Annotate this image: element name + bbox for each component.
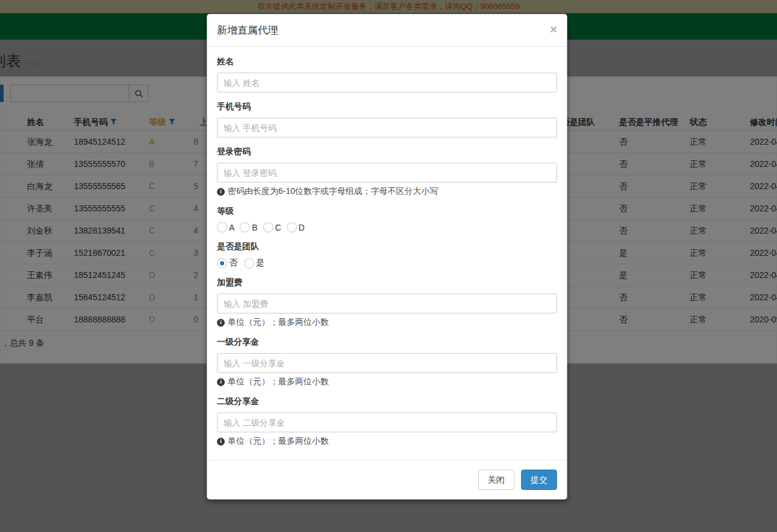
share2-label: 二级分享金 (217, 396, 557, 407)
name-input[interactable] (217, 73, 557, 92)
info-icon: i (217, 378, 225, 386)
field-share1: 一级分享金 i 单位（元）；最多两位小数 (217, 337, 557, 387)
share1-input[interactable] (217, 353, 557, 373)
fee-help: i 单位（元）；最多两位小数 (217, 317, 557, 328)
field-fee: 加盟费 i 单位（元）；最多两位小数 (217, 277, 557, 328)
radio-icon[interactable] (263, 222, 273, 232)
share2-input[interactable] (217, 413, 557, 432)
modal-header: × 新增直属代理 (207, 14, 567, 47)
fee-label: 加盟费 (217, 277, 557, 288)
field-phone: 手机号码 (217, 101, 557, 138)
close-button[interactable]: 关闭 (478, 470, 514, 490)
field-name: 姓名 (217, 56, 557, 92)
level-label: 等级 (217, 206, 557, 217)
radio-icon[interactable] (244, 258, 254, 268)
field-team: 是否是团队 否 是 (217, 241, 557, 268)
close-icon[interactable]: × (550, 23, 557, 36)
modal-title: 新增直属代理 (217, 23, 278, 38)
password-help: i 密码由长度为6-10位数字或字母组成；字母不区分大小写 (217, 186, 557, 197)
radio-icon[interactable] (217, 222, 227, 232)
phone-label: 手机号码 (217, 101, 557, 112)
field-level: 等级 A B C D (217, 206, 557, 232)
radio-icon[interactable] (287, 222, 297, 232)
radio-checked-icon[interactable] (217, 258, 227, 268)
level-radio-b[interactable]: B (240, 222, 257, 232)
fee-input[interactable] (217, 294, 557, 313)
team-label: 是否是团队 (217, 241, 557, 252)
password-label: 登录密码 (217, 147, 557, 157)
password-input[interactable] (217, 163, 557, 183)
submit-button[interactable]: 提交 (521, 470, 557, 490)
modal-footer: 关闭 提交 (207, 460, 567, 499)
share1-label: 一级分享金 (217, 337, 557, 348)
share1-help: i 单位（元）；最多两位小数 (217, 376, 557, 387)
radio-icon[interactable] (240, 222, 250, 232)
phone-input[interactable] (217, 118, 557, 138)
level-radio-c[interactable]: C (263, 222, 281, 232)
level-radio-d[interactable]: D (287, 222, 305, 232)
team-radio-yes[interactable]: 是 (244, 258, 264, 268)
field-share2: 二级分享金 i 单位（元）；最多两位小数 (217, 396, 557, 447)
share2-help: i 单位（元）；最多两位小数 (217, 436, 557, 447)
info-icon: i (217, 438, 225, 446)
team-radio-no[interactable]: 否 (217, 258, 237, 268)
modal-body: 姓名 手机号码 登录密码 i 密码由长度为6-10位数字或字母组成；字母不区分大… (207, 47, 567, 460)
level-radio-a[interactable]: A (217, 222, 234, 232)
name-label: 姓名 (217, 56, 557, 67)
info-icon: i (217, 319, 225, 327)
field-password: 登录密码 i 密码由长度为6-10位数字或字母组成；字母不区分大小写 (217, 147, 557, 197)
info-icon: i (217, 188, 225, 196)
level-radio-group: A B C D (217, 222, 557, 232)
team-radio-group: 否 是 (217, 258, 557, 268)
add-agent-modal: × 新增直属代理 姓名 手机号码 登录密码 i 密码由长度为6-10位数字或字母… (207, 14, 567, 500)
